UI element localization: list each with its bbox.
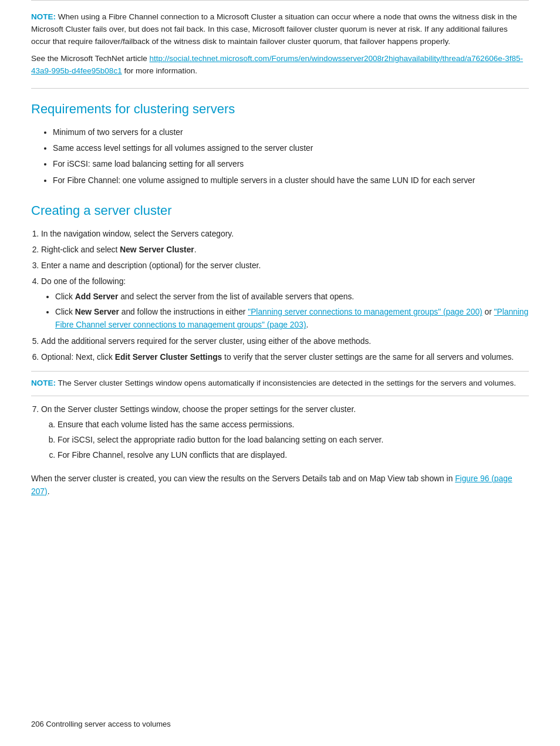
- requirements-heading: Requirements for clustering servers: [31, 102, 529, 117]
- page-container: NOTE: When using a Fibre Channel connect…: [0, 0, 560, 746]
- new-server-suffix: and follow the instructions in either: [119, 308, 248, 316]
- step-6-bold: Edit Server Cluster Settings: [115, 353, 222, 362]
- step-7c: For Fibre Channel, resolve any LUN confl…: [58, 449, 529, 462]
- step-6: Optional: Next, click Edit Server Cluste…: [41, 351, 529, 364]
- add-server-prefix: Click: [55, 292, 75, 301]
- sub-bullet-add-server: Click Add Server and select the server f…: [55, 291, 529, 303]
- sub-bullet-new-server: Click New Server and follow the instruct…: [55, 306, 529, 332]
- step-7-sub: Ensure that each volume listed has the s…: [58, 418, 529, 462]
- list-item: For Fibre Channel: one volume assigned t…: [53, 174, 529, 187]
- creating-steps-continued: On the Server cluster Settings window, c…: [41, 403, 529, 462]
- step-3: Enter a name and description (optional) …: [41, 259, 529, 272]
- top-section-bottom-rule: [31, 88, 529, 89]
- step-2-suffix: .: [194, 245, 197, 254]
- step-4-subbullets: Click Add Server and select the server f…: [55, 291, 529, 332]
- note-box-body: The Server cluster Settings window opens…: [56, 379, 516, 387]
- note-label: NOTE:: [31, 12, 56, 21]
- step-1-text: In the navigation window, select the Ser…: [41, 229, 234, 238]
- step-6-prefix: Optional: Next, click: [41, 353, 115, 362]
- top-note-text: NOTE: When using a Fibre Channel connect…: [31, 11, 529, 48]
- planning-link-1[interactable]: "Planning server connections to manageme…: [248, 308, 482, 316]
- step-3-text: Enter a name and description (optional) …: [41, 261, 261, 270]
- see-suffix: for more information.: [122, 66, 197, 75]
- top-note-body: When using a Fibre Channel connection to…: [31, 12, 517, 46]
- step-4-text: Do one of the following:: [41, 277, 126, 286]
- add-server-suffix: and select the server from the list of a…: [118, 292, 354, 301]
- list-item: For iSCSI: same load balancing setting f…: [53, 158, 529, 170]
- closing-prefix: When the server cluster is created, you …: [31, 474, 455, 483]
- step-5-text: Add the additional servers required for …: [41, 337, 371, 346]
- add-server-bold: Add Server: [75, 292, 119, 301]
- step-7-text: On the Server cluster Settings window, c…: [41, 405, 356, 414]
- step-6-suffix: to verify that the server cluster settin…: [222, 353, 514, 362]
- note-box: NOTE: The Server cluster Settings window…: [31, 371, 529, 396]
- top-note-block: NOTE: When using a Fibre Channel connect…: [31, 11, 529, 77]
- note-box-text: NOTE: The Server cluster Settings window…: [31, 377, 529, 390]
- closing-suffix: .: [48, 487, 50, 496]
- top-note-see: See the Microsoft TechNet article http:/…: [31, 53, 529, 77]
- page-footer: 206 Controlling server access to volumes: [31, 720, 171, 728]
- new-server-bold: New Server: [75, 308, 119, 316]
- list-item: Minimum of two servers for a cluster: [53, 126, 529, 139]
- step-7a: Ensure that each volume listed has the s…: [58, 418, 529, 431]
- step-2-prefix: Right-click and select: [41, 245, 120, 254]
- step-4: Do one of the following: Click Add Serve…: [41, 275, 529, 332]
- creating-heading: Creating a server cluster: [31, 203, 529, 218]
- step-2: Right-click and select New Server Cluste…: [41, 244, 529, 256]
- requirements-list: Minimum of two servers for a cluster Sam…: [53, 126, 529, 187]
- see-prefix: See the Microsoft TechNet article: [31, 54, 150, 63]
- new-server-prefix: Click: [55, 308, 75, 316]
- step-7b: For iSCSI, select the appropriate radio …: [58, 434, 529, 447]
- note-box-label: NOTE:: [31, 379, 56, 387]
- step-7: On the Server cluster Settings window, c…: [41, 403, 529, 462]
- new-server-middle: or: [483, 308, 494, 316]
- closing-text: When the server cluster is created, you …: [31, 472, 529, 498]
- new-server-end: .: [306, 320, 308, 329]
- top-rule: [31, 0, 529, 1]
- page-footer-text: 206 Controlling server access to volumes: [31, 720, 171, 728]
- step-1: In the navigation window, select the Ser…: [41, 228, 529, 241]
- creating-steps-list: In the navigation window, select the Ser…: [41, 228, 529, 364]
- step-5: Add the additional servers required for …: [41, 335, 529, 348]
- step-2-bold: New Server Cluster: [120, 245, 194, 254]
- list-item: Same access level settings for all volum…: [53, 142, 529, 154]
